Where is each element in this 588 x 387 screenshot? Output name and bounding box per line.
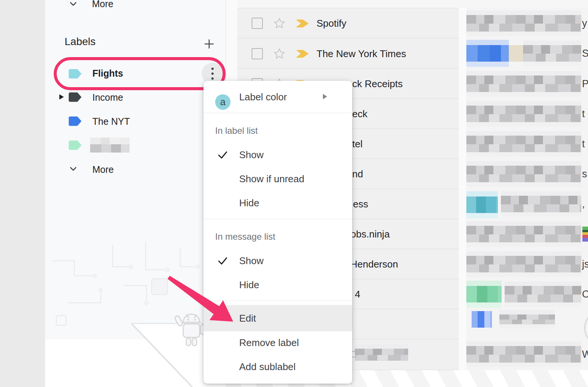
email-sender: 4 [355,289,360,300]
menu-item-add-sublabel[interactable]: Add sublabel [204,355,352,378]
menu-item-hide-message-list[interactable]: Hide [204,274,352,296]
label-context-menu: a Label color In label list Show Show if… [204,81,352,384]
redacted-snippet [466,166,581,182]
clipped-snippet-text: W [582,349,588,360]
clipped-snippet-text: t [582,108,585,120]
clipped-snippet-text: s [582,168,587,180]
triangle-right-icon[interactable] [59,94,64,100]
redacted-snippet [501,196,581,212]
menu-divider [204,301,352,301]
chevron-down-icon[interactable] [68,0,78,9]
menu-item-show-label-list[interactable]: Show [204,144,352,166]
redacted-snippet [505,286,581,302]
menu-item-show-message-list[interactable]: Show [204,249,352,272]
redacted-icon-block [472,311,492,328]
background-under-sidebar [45,339,226,387]
select-checkbox-icon[interactable] [252,18,263,29]
menu-section-header: In label list [215,123,258,138]
checkmark-icon [217,255,228,266]
clipped-snippet-text: js [582,259,588,270]
redacted-snippet [466,256,581,272]
list-gap-strip [459,8,466,370]
sidebar-item-more-top[interactable]: More [92,0,113,9]
email-sender: jobs.ninja [348,228,390,240]
clipped-snippet-text: t [582,138,585,150]
email-sender: The New York Times [317,48,406,60]
redacted-snippet [466,226,581,242]
submenu-arrow-icon [323,94,327,99]
redacted-snippet [466,106,581,122]
redacted-sender [355,349,408,361]
redacted-snippet [466,346,581,363]
clipped-snippet-text: y [582,18,587,29]
redacted-snippet [499,314,555,324]
menu-item-label-color[interactable]: a Label color [204,86,352,108]
clipped-snippet-text: , [582,198,585,210]
email-list-top-edge [237,0,588,8]
menu-item-show-if-unread[interactable]: Show if unread [204,168,352,190]
redacted-link-block [466,197,498,213]
screenshot-stage: SpotifyThe New York Timesck Receiptseckt… [0,0,588,387]
star-outline-icon[interactable] [273,48,285,60]
redacted-snippet [509,45,523,62]
redacted-link-block [466,45,509,62]
annotation-highlight-oval [54,57,226,90]
email-sender: Henderson [350,259,398,270]
email-sender: ck Receipts [352,78,403,90]
redacted-link-block [466,286,502,302]
importance-marker-icon[interactable] [296,20,309,27]
email-row[interactable]: The New York Times [237,38,459,69]
redacted-label-name [90,138,130,153]
redacted-snippet [466,15,581,32]
create-new-label-button[interactable] [203,38,215,50]
redacted-snippet [466,136,581,152]
label-color-swatch-icon: a [215,94,231,110]
email-sender: tel [352,138,362,150]
select-checkbox-icon[interactable] [252,48,263,59]
email-sender: eck [352,108,367,120]
sidebar-item-label-nyt[interactable]: The NYT [92,116,130,127]
chevron-down-icon[interactable] [68,164,78,174]
labels-section-header: Labels [65,36,96,48]
clipped-snippet-text: C [582,289,588,300]
sidebar-item-label-income[interactable]: Income [92,92,123,103]
menu-divider [204,113,352,113]
email-sender: nd [352,168,363,180]
menu-section-header: In message list [215,229,275,244]
importance-marker-icon[interactable] [296,50,309,58]
email-sender: Spotify [317,18,347,29]
menu-item-hide-label-list[interactable]: Hide [204,192,352,214]
redacted-snippet [523,45,581,62]
colorful-favicon-icon [582,227,588,242]
menu-item-remove-label[interactable]: Remove label [204,331,352,354]
email-sender: ess [353,198,368,210]
sidebar-item-more-labels[interactable]: More [92,164,114,175]
redacted-snippet [466,76,581,92]
menu-item-edit[interactable]: Edit [204,307,352,330]
background-left-strip [0,0,45,387]
menu-divider [204,219,352,219]
checkmark-icon [217,149,228,160]
clipped-snippet-text: S [582,48,588,59]
clipped-snippet-text: P [582,78,588,90]
email-row[interactable]: Spotify [237,8,459,38]
star-outline-icon[interactable] [273,17,285,29]
